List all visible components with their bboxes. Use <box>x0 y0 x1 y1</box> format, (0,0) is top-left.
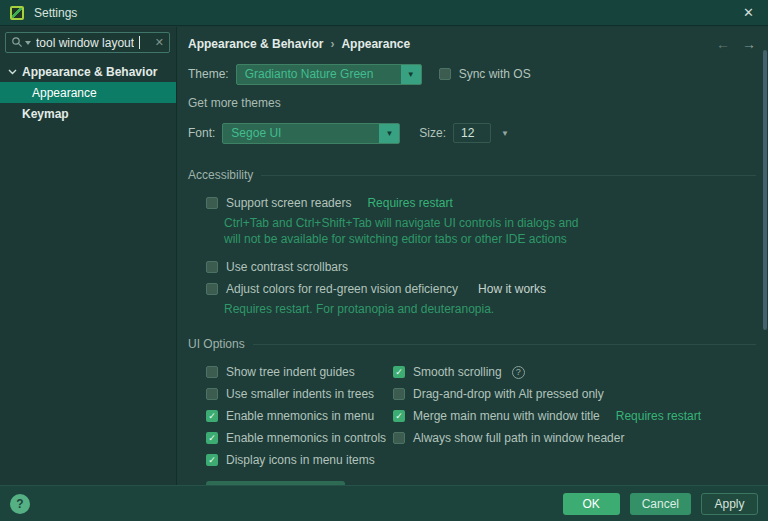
accessibility-rows: Support screen readersRequires restartCt… <box>188 192 756 317</box>
option-row-enable-mnemonics-in-controls: ✓Enable mnemonics in controls <box>188 427 375 449</box>
clear-search-icon[interactable]: ✕ <box>155 36 164 49</box>
checkbox-use-contrast-scrollbars[interactable] <box>206 261 218 273</box>
option-row-use-smaller-indents-in-trees: Use smaller indents in trees <box>188 383 375 405</box>
ui-options-right: ✓Smooth scrolling?Drag-and-drop with Alt… <box>375 361 756 471</box>
checkbox-label[interactable]: Use contrast scrollbars <box>226 260 348 274</box>
help-button[interactable]: ? <box>10 494 30 514</box>
option-row-display-icons-in-menu-items: ✓Display icons in menu items <box>188 449 375 471</box>
checkbox-label[interactable]: Drag-and-drop with Alt pressed only <box>413 387 604 401</box>
checkbox-label[interactable]: Support screen readers <box>226 196 351 210</box>
checkbox-support-screen-readers[interactable] <box>206 197 218 209</box>
scrollbar-thumb[interactable] <box>763 50 767 330</box>
theme-label: Theme: <box>188 67 229 81</box>
sidebar-item-appearance-behavior[interactable]: Appearance & Behavior <box>0 61 176 82</box>
checkbox-use-smaller-indents-in-trees[interactable] <box>206 388 218 400</box>
checkbox-label[interactable]: Enable mnemonics in controls <box>226 431 386 445</box>
theme-value: Gradianto Nature Green <box>237 67 401 81</box>
ui-options-grid: Show tree indent guidesUse smaller inden… <box>188 361 756 471</box>
app-icon <box>10 6 24 20</box>
checkbox-adjust-colors-for-red-green-vision-deficiency[interactable] <box>206 283 218 295</box>
hint-text: Ctrl+Tab and Ctrl+Shift+Tab will navigat… <box>188 215 756 247</box>
requires-restart-link[interactable]: Requires restart <box>367 196 452 210</box>
option-row-smooth-scrolling: ✓Smooth scrolling? <box>375 361 756 383</box>
footer-bar: ? OK Cancel Apply <box>0 485 768 521</box>
checkbox-enable-mnemonics-in-menu[interactable]: ✓ <box>206 410 218 422</box>
size-dropdown[interactable]: 12 <box>453 123 491 143</box>
checkbox-sync-with-os[interactable] <box>439 68 451 80</box>
breadcrumb-parent[interactable]: Appearance & Behavior <box>188 37 323 51</box>
option-row-drag-and-drop-with-alt-pressed-only: Drag-and-drop with Alt pressed only <box>375 383 756 405</box>
checkbox-label[interactable]: Enable mnemonics in menu <box>226 409 374 423</box>
sidebar-item-appearance[interactable]: Appearance <box>0 82 176 103</box>
sidebar-item-label: Keymap <box>22 107 69 121</box>
search-options-arrow-icon <box>25 41 31 45</box>
search-icon <box>11 36 31 49</box>
close-icon[interactable]: ✕ <box>739 5 758 20</box>
settings-window: Settings ✕ tool window layout ✕ Appearan… <box>0 0 768 521</box>
checkbox-label[interactable]: Use smaller indents in trees <box>226 387 374 401</box>
search-input[interactable]: tool window layout ✕ <box>5 32 170 53</box>
requires-restart-link[interactable]: Requires restart <box>616 409 701 423</box>
font-value: Segoe UI <box>223 126 379 140</box>
breadcrumb: Appearance & Behavior › Appearance ← → <box>188 33 756 55</box>
checkbox-label[interactable]: Show tree indent guides <box>226 365 355 379</box>
font-row: Font: Segoe UI ▼ Size: 12 ▼ <box>188 122 756 144</box>
checkbox-label[interactable]: Smooth scrolling <box>413 365 502 379</box>
hint-text: Requires restart. For protanopia and deu… <box>188 301 756 317</box>
ok-button[interactable]: OK <box>563 493 620 515</box>
breadcrumb-separator: › <box>330 37 334 51</box>
checkbox-label[interactable]: Display icons in menu items <box>226 453 375 467</box>
title-bar: Settings ✕ <box>0 0 768 26</box>
window-title: Settings <box>34 6 77 20</box>
accessibility-section-title: Accessibility <box>188 168 756 182</box>
font-label: Font: <box>188 126 215 140</box>
ui-options-left: Show tree indent guidesUse smaller inden… <box>188 361 375 471</box>
theme-row: Theme: Gradianto Nature Green ▼ Sync wit… <box>188 63 756 85</box>
get-more-themes-link[interactable]: Get more themes <box>188 96 281 110</box>
checkbox-label[interactable]: Merge main menu with window title <box>413 409 600 423</box>
checkbox-display-icons-in-menu-items[interactable]: ✓ <box>206 454 218 466</box>
checkbox-always-show-full-path-in-window-header[interactable] <box>393 432 405 444</box>
cancel-button[interactable]: Cancel <box>630 493 691 515</box>
theme-dropdown[interactable]: Gradianto Nature Green ▼ <box>236 64 422 85</box>
checkbox-label[interactable]: Adjust colors for red-green vision defic… <box>226 282 458 296</box>
back-arrow-icon[interactable]: ← <box>716 36 730 52</box>
sidebar: tool window layout ✕ Appearance & Behavi… <box>0 27 177 485</box>
dropdown-arrow-icon[interactable]: ▼ <box>401 65 421 84</box>
chevron-down-icon[interactable] <box>8 69 22 75</box>
option-row-always-show-full-path-in-window-header: Always show full path in window header <box>375 427 756 449</box>
help-icon[interactable]: ? <box>512 366 525 379</box>
option-row-merge-main-menu-with-window-title: ✓Merge main menu with window titleRequir… <box>375 405 756 427</box>
option-row-adjust-colors-for-red-green-vision-deficiency: Adjust colors for red-green vision defic… <box>188 278 756 300</box>
settings-tree: Appearance & BehaviorAppearanceKeymap <box>0 61 176 124</box>
sidebar-item-keymap[interactable]: Keymap <box>0 103 176 124</box>
size-dropdown-arrow-icon[interactable]: ▼ <box>501 129 509 138</box>
main-panel: Appearance & Behavior › Appearance ← → T… <box>178 27 768 485</box>
search-text: tool window layout <box>36 36 134 50</box>
dropdown-arrow-icon[interactable]: ▼ <box>379 124 399 143</box>
sidebar-item-label: Appearance <box>32 86 97 100</box>
checkbox-smooth-scrolling[interactable]: ✓ <box>393 366 405 378</box>
forward-arrow-icon[interactable]: → <box>742 36 756 52</box>
sync-with-os-label[interactable]: Sync with OS <box>459 67 531 81</box>
option-row-enable-mnemonics-in-menu: ✓Enable mnemonics in menu <box>188 405 375 427</box>
option-row-use-contrast-scrollbars: Use contrast scrollbars <box>188 256 756 278</box>
font-dropdown[interactable]: Segoe UI ▼ <box>222 123 400 144</box>
option-row-show-tree-indent-guides: Show tree indent guides <box>188 361 375 383</box>
checkbox-drag-and-drop-with-alt-pressed-only[interactable] <box>393 388 405 400</box>
how-it-works-link[interactable]: How it works <box>478 282 546 296</box>
breadcrumb-current: Appearance <box>341 37 410 51</box>
apply-button[interactable]: Apply <box>701 493 758 515</box>
text-caret <box>139 36 140 49</box>
ui-options-section-title: UI Options <box>188 337 756 351</box>
sidebar-item-label: Appearance & Behavior <box>22 65 157 79</box>
checkbox-show-tree-indent-guides[interactable] <box>206 366 218 378</box>
size-label: Size: <box>419 126 446 140</box>
checkbox-enable-mnemonics-in-controls[interactable]: ✓ <box>206 432 218 444</box>
checkbox-merge-main-menu-with-window-title[interactable]: ✓ <box>393 410 405 422</box>
option-row-support-screen-readers: Support screen readersRequires restart <box>188 192 756 214</box>
checkbox-label[interactable]: Always show full path in window header <box>413 431 624 445</box>
